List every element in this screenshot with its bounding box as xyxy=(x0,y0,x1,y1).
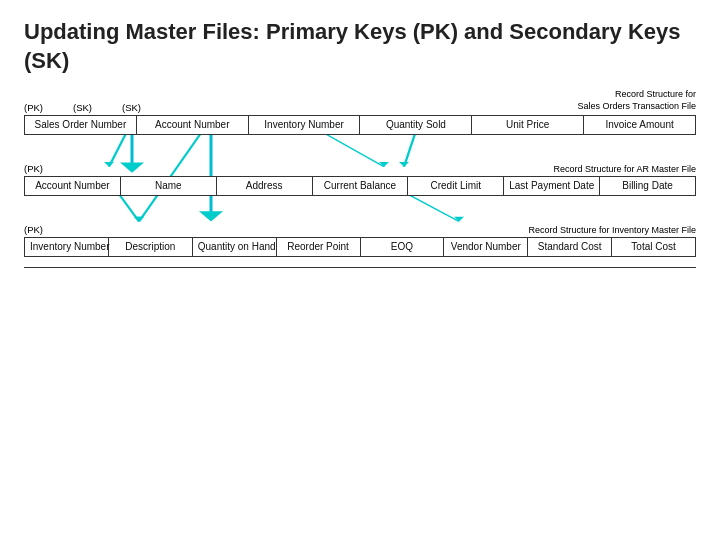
section3: (PK) Record Structure for Inventory Mast… xyxy=(24,224,696,257)
s2-col3: Address xyxy=(216,176,312,195)
section2: (PK) Record Structure for AR Master File… xyxy=(24,163,696,196)
s3-col5: EOQ xyxy=(360,237,444,256)
s2-record-title: Record Structure for AR Master File xyxy=(553,164,696,174)
s1-sk1-label: (SK) xyxy=(73,102,92,113)
s2-col6: Last Payment Date xyxy=(504,176,600,195)
s2-col1: Account Number xyxy=(25,176,121,195)
diagram-area: (PK) (SK) (SK) Record Structure for Sale… xyxy=(24,89,696,267)
s2-col4: Current Balance xyxy=(312,176,408,195)
s2-col5: Credit Limit xyxy=(408,176,504,195)
s2-col2: Name xyxy=(120,176,216,195)
s1-col3: Inventory Number xyxy=(248,115,360,134)
page-title: Updating Master Files: Primary Keys (PK)… xyxy=(24,18,696,75)
section1: (PK) (SK) (SK) Record Structure for Sale… xyxy=(24,89,696,134)
bottom-divider xyxy=(24,267,696,268)
s3-col6: Vendor Number xyxy=(444,237,528,256)
s1-col2: Account Number xyxy=(136,115,248,134)
s3-record-title: Record Structure for Inventory Master Fi… xyxy=(528,225,696,235)
s2-table: Account Number Name Address Current Bala… xyxy=(24,176,696,196)
s1-col4: Quantity Sold xyxy=(360,115,472,134)
s3-col3: Quantity on Hand xyxy=(192,237,276,256)
s1-sk2-label: (SK) xyxy=(122,102,141,113)
s1-record-title2: Sales Orders Transaction File xyxy=(577,101,696,113)
s3-col7: Standard Cost xyxy=(528,237,612,256)
s2-pk-label: (PK) xyxy=(24,163,43,174)
svg-marker-9 xyxy=(134,217,144,222)
svg-marker-11 xyxy=(454,217,464,222)
svg-marker-3 xyxy=(134,217,144,222)
s3-col2: Description xyxy=(108,237,192,256)
s3-col1: Inventory Number xyxy=(25,237,109,256)
s1-table: Sales Order Number Account Number Invent… xyxy=(24,115,696,135)
s1-pk-label: (PK) xyxy=(24,102,43,113)
s2-col7: Billing Date xyxy=(600,176,696,195)
s1-col5: Unit Price xyxy=(472,115,584,134)
s3-col4: Reorder Point xyxy=(276,237,360,256)
s3-table: Inventory Number Description Quantity on… xyxy=(24,237,696,257)
s1-col1: Sales Order Number xyxy=(25,115,137,134)
s1-col6: Invoice Amount xyxy=(584,115,696,134)
s3-col8: Total Cost xyxy=(612,237,696,256)
s3-pk-label: (PK) xyxy=(24,224,43,235)
s1-record-title1: Record Structure for xyxy=(577,89,696,101)
